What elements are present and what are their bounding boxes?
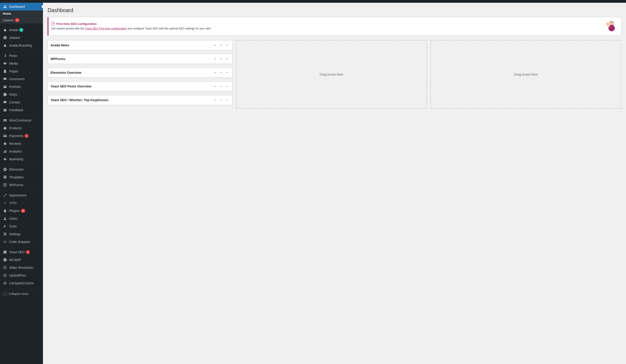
sidebar-item-jetpack[interactable]: Jetpack: [0, 34, 43, 41]
sidebar-item-users[interactable]: Users: [0, 215, 43, 222]
sidebar-item-yoast-seo[interactable]: Y Yoast SEO 2: [0, 248, 43, 256]
sidebar-item-mc4wp[interactable]: M MC4WP: [0, 256, 43, 264]
sidebar-item-templates[interactable]: Templates: [0, 173, 43, 181]
sidebar-item-updraftplus[interactable]: UpdraftPlus: [0, 271, 43, 279]
sidebar-label: Templates: [9, 175, 24, 179]
toggle-panel-button[interactable]: [224, 56, 230, 62]
yoast-mascot-image: [605, 19, 619, 33]
move-up-button[interactable]: [213, 56, 218, 62]
sidebar-item-woocommerce[interactable]: woo WooCommerce: [0, 116, 43, 124]
svg-rect-14: [4, 151, 4, 153]
collapse-menu-button[interactable]: Collapse menu: [0, 290, 43, 298]
notice-text: Get started quickly with the Yoast SEO F…: [51, 27, 602, 31]
templates-icon: [3, 175, 7, 179]
move-down-button[interactable]: [219, 56, 224, 62]
sidebar-label: Yoast SEO: [9, 250, 25, 254]
sidebar-item-comments[interactable]: Comments: [0, 75, 43, 83]
sidebar-label: Avada Branding: [9, 44, 32, 47]
sidebar-label: Jetpack: [9, 36, 20, 39]
postbox-title: Yoast SEO / Wincher: Top Keyphrases: [50, 98, 109, 102]
postbox: Avada News: [47, 40, 233, 50]
move-down-button[interactable]: [219, 43, 224, 48]
sidebar-item-portfolio[interactable]: Portfolio: [0, 83, 43, 91]
plugins-icon: [3, 208, 7, 213]
postbox: Yoast SEO Posts Overview: [47, 81, 233, 91]
avada-badge: 1: [19, 28, 23, 32]
dropzone[interactable]: Drag boxes here: [236, 40, 427, 109]
sidebar-item-media[interactable]: Media: [0, 60, 43, 67]
postbox-header[interactable]: Avada News: [48, 40, 232, 50]
sidebar-item-pages[interactable]: Pages: [0, 67, 43, 75]
svg-rect-2: [4, 86, 6, 87]
sidebar-label: Media: [9, 62, 18, 65]
sidebar-item-reviews[interactable]: Reviews: [0, 140, 43, 148]
sidebar-item-feedback[interactable]: Feedback: [0, 106, 43, 114]
sidebar-subitem-updates[interactable]: Updates 17: [0, 17, 43, 24]
postbox-header[interactable]: Elementor Overview: [48, 68, 232, 77]
sidebar-label: Users: [9, 217, 18, 220]
notice-text-after: and configure Yoast SEO with the optimal…: [127, 27, 211, 30]
yoast-first-time-notice: Y First-time SEO configuration Get start…: [47, 17, 622, 36]
sidebar-item-analytics[interactable]: Analytics: [0, 148, 43, 155]
feedback-icon: [3, 108, 7, 112]
sidebar-item-settings[interactable]: Settings: [0, 230, 43, 238]
sidebar-item-avada-branding[interactable]: Avada Branding: [0, 41, 43, 49]
svg-rect-6: [4, 109, 6, 110]
sidebar-item-code-snippets[interactable]: Code Snippets: [0, 238, 43, 246]
yoast-first-time-link[interactable]: Yoast SEO First-time configuration: [85, 27, 127, 30]
postbox-header[interactable]: Yoast SEO Posts Overview: [48, 82, 232, 91]
yoast-badge: 2: [26, 250, 30, 254]
postbox-header[interactable]: WPForms: [48, 54, 232, 64]
postbox-header[interactable]: Yoast SEO / Wincher: Top Keyphrases: [48, 95, 232, 105]
sidebar-item-wpforms[interactable]: WPForms: [0, 181, 43, 189]
sidebar-item-faqs[interactable]: i FAQs: [0, 91, 43, 99]
sidebar-item-contact[interactable]: Contact: [0, 99, 43, 106]
dropzone[interactable]: Drag boxes here: [430, 40, 622, 109]
sidebar-separator: [0, 190, 43, 191]
toggle-panel-button[interactable]: [224, 70, 230, 75]
sidebar-item-appearance[interactable]: Appearance: [0, 191, 43, 199]
sidebar-item-plugins[interactable]: Plugins 16: [0, 207, 43, 215]
dashboard-column-1: Avada News WPForms Elementor Overview: [47, 40, 233, 112]
sidebar-item-litespeed-cache[interactable]: LiteSpeed Cache: [0, 279, 43, 287]
main-content: Dashboard Y First-time SEO configuration…: [43, 3, 626, 364]
move-up-button[interactable]: [213, 70, 218, 75]
media-icon: [3, 61, 7, 66]
sidebar-item-yith[interactable]: Y YITH: [0, 199, 43, 207]
sidebar-item-products[interactable]: Products: [0, 124, 43, 132]
postbox: Yoast SEO / Wincher: Top Keyphrases: [47, 95, 233, 105]
sidebar-item-tools[interactable]: Tools: [0, 222, 43, 230]
move-up-button[interactable]: [213, 84, 218, 89]
toggle-panel-button[interactable]: [224, 84, 230, 89]
toggle-panel-button[interactable]: [224, 98, 230, 102]
sidebar-label: MC4WP: [9, 258, 21, 262]
sidebar-item-slider-revolution[interactable]: Slider Revolution: [0, 264, 43, 271]
sidebar-label: UpdraftPlus: [9, 274, 26, 277]
sidebar-label: Contact: [9, 100, 20, 104]
postbox-actions: [213, 70, 230, 75]
sidebar-subitem-home[interactable]: Home: [0, 10, 43, 17]
move-up-button[interactable]: [213, 43, 218, 48]
sidebar-label: Pages: [9, 69, 18, 73]
move-down-button[interactable]: [219, 98, 224, 102]
dropzone-label: Drag boxes here: [514, 73, 538, 76]
move-down-button[interactable]: [219, 84, 224, 89]
sidebar-item-elementor[interactable]: Elementor: [0, 165, 43, 173]
move-down-button[interactable]: [219, 70, 224, 75]
mc4wp-icon: M: [3, 258, 7, 262]
toggle-panel-button[interactable]: [224, 43, 230, 48]
tools-icon: [3, 224, 7, 229]
svg-point-34: [4, 233, 5, 233]
postbox-title: Elementor Overview: [50, 71, 81, 74]
sidebar-item-posts[interactable]: Posts: [0, 52, 43, 60]
sidebar-item-avada[interactable]: Avada 1: [0, 26, 43, 34]
sidebar-item-marketing[interactable]: Marketing: [0, 155, 43, 163]
move-up-button[interactable]: [213, 98, 218, 102]
yoast-icon: Y: [3, 250, 7, 254]
sidebar-label: WPForms: [9, 183, 23, 187]
svg-text:M: M: [4, 259, 6, 261]
admin-top-bar[interactable]: [0, 0, 626, 3]
sidebar-item-dashboard[interactable]: Dashboard: [0, 3, 43, 10]
postbox: WPForms: [47, 54, 233, 64]
sidebar-item-payments[interactable]: Payments 1: [0, 132, 43, 140]
